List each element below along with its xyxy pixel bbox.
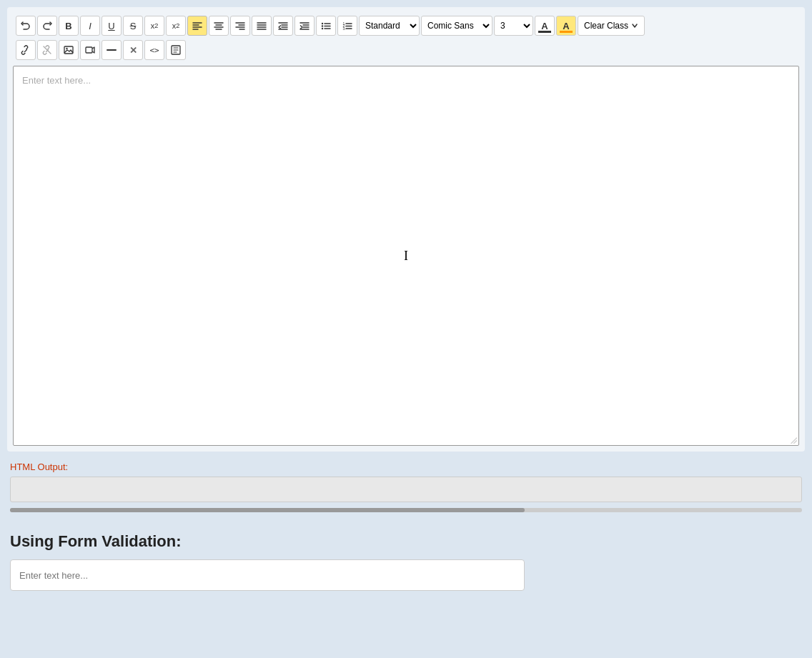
unordered-list-button[interactable] <box>316 16 336 36</box>
video-button[interactable] <box>80 40 100 60</box>
format-icon <box>171 45 181 55</box>
font-select[interactable]: Comic Sans Arial Times New Roman Courier <box>421 16 492 36</box>
toolbar-row-1: B I U S x2 x2 <box>16 16 645 36</box>
align-right-button[interactable] <box>230 16 250 36</box>
toolbar-row-2: ✕ <> <box>16 40 186 60</box>
indent-decrease-icon <box>278 21 288 31</box>
font-color-bar <box>538 31 551 33</box>
clear-class-chevron-icon <box>631 22 638 29</box>
font-color-button[interactable]: A <box>535 16 555 36</box>
redo-button[interactable] <box>37 16 57 36</box>
source-code-button[interactable]: <> <box>144 40 164 60</box>
svg-rect-38 <box>64 46 73 54</box>
clear-class-button[interactable]: Clear Class <box>578 16 645 36</box>
align-right-icon <box>235 21 245 31</box>
strikethrough-button[interactable]: S <box>123 16 143 36</box>
redo-icon <box>42 21 52 31</box>
align-justify-icon <box>257 21 267 31</box>
editor-container: B I U S x2 x2 <box>7 7 805 452</box>
subscript-button[interactable]: x2 <box>144 16 164 36</box>
italic-button[interactable]: I <box>80 16 100 36</box>
scrollbar-track[interactable] <box>10 508 802 512</box>
svg-point-25 <box>322 25 323 26</box>
svg-point-24 <box>322 23 323 24</box>
scrollbar-thumb[interactable] <box>10 508 525 512</box>
svg-point-39 <box>66 48 67 49</box>
link-icon <box>21 45 31 55</box>
rich-text-editor[interactable] <box>14 66 798 445</box>
format-button[interactable] <box>166 40 186 60</box>
indent-decrease-button[interactable] <box>273 16 293 36</box>
indent-increase-icon <box>299 21 310 31</box>
unlink-icon <box>42 45 52 55</box>
svg-point-26 <box>322 28 323 29</box>
form-validation-input[interactable] <box>10 559 525 591</box>
video-icon <box>85 45 95 55</box>
align-center-button[interactable] <box>209 16 229 36</box>
html-output-box <box>10 477 802 502</box>
highlight-color-button[interactable]: A <box>556 16 576 36</box>
align-left-button[interactable] <box>187 16 207 36</box>
remove-format-button[interactable]: ✕ <box>123 40 143 60</box>
align-justify-button[interactable] <box>252 16 272 36</box>
toolbar: B I U S x2 x2 <box>13 13 799 64</box>
hr-icon <box>107 45 117 55</box>
editor-wrapper: I <box>13 66 799 446</box>
image-icon <box>64 45 74 55</box>
align-left-icon <box>192 21 202 31</box>
font-size-select[interactable]: 1 2 3 4 5 6 7 <box>494 16 533 36</box>
form-validation-title: Using Form Validation: <box>10 532 802 551</box>
html-output-label: HTML Output: <box>10 462 802 472</box>
svg-rect-40 <box>86 47 92 53</box>
undo-icon <box>21 21 31 31</box>
style-select[interactable]: Standard Header 1 Header 2 Header 3 <box>359 16 420 36</box>
indent-increase-button[interactable] <box>294 16 315 36</box>
bold-button[interactable]: B <box>59 16 79 36</box>
superscript-button[interactable]: x2 <box>166 16 186 36</box>
align-center-icon <box>214 21 224 31</box>
underline-button[interactable]: U <box>102 16 122 36</box>
unlink-button[interactable] <box>37 40 57 60</box>
ordered-list-icon: 1. 2. 3. <box>342 21 352 31</box>
unordered-list-icon <box>321 21 331 31</box>
undo-button[interactable] <box>16 16 36 36</box>
image-button[interactable] <box>59 40 79 60</box>
svg-text:3.: 3. <box>343 26 346 31</box>
highlight-color-bar <box>560 31 573 33</box>
ordered-list-button[interactable]: 1. 2. 3. <box>337 16 357 36</box>
svg-line-37 <box>44 46 51 54</box>
form-validation-section: Using Form Validation: <box>7 515 805 594</box>
hr-button[interactable] <box>102 40 122 60</box>
link-button[interactable] <box>16 40 36 60</box>
html-output-section: HTML Output: <box>7 459 805 515</box>
